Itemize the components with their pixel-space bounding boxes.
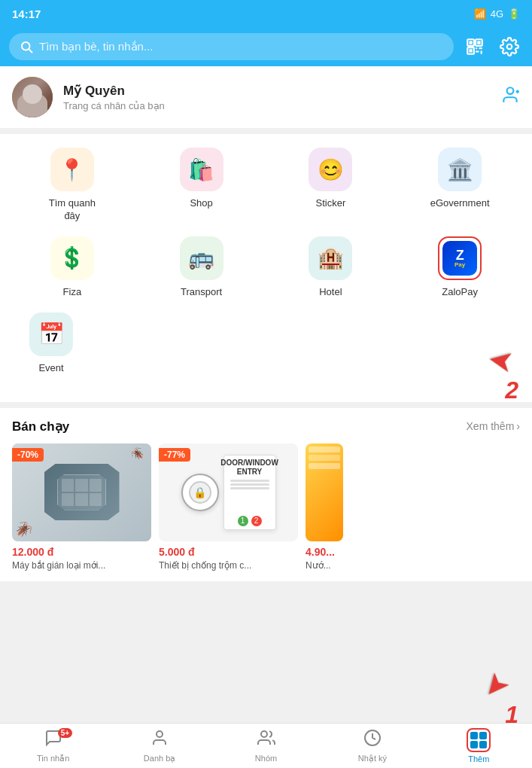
app-icon-sticker: 😊: [309, 148, 352, 191]
product-card-2[interactable]: 🔒 DOOR/WINDOWENTRY 1: [159, 443, 298, 571]
product-badge-2: -77%: [159, 448, 190, 462]
avatar[interactable]: [12, 77, 53, 117]
chevron-right-icon: ›: [516, 420, 520, 432]
svg-line-1: [29, 49, 32, 52]
app-icon-egovernment: 🏛️: [438, 148, 482, 191]
search-bar: Tìm bạn bè, tin nhắn...: [0, 27, 532, 66]
app-label-egovernment: eGovernment: [430, 197, 490, 210]
product-price-1: 12.000 đ: [12, 546, 151, 558]
app-label-hotel: Hotel: [319, 286, 342, 299]
search-input-area[interactable]: Tìm bạn bè, tin nhắn...: [9, 33, 454, 60]
product-badge-1: -70%: [12, 448, 44, 462]
ban-chay-header: Bán chạy Xem thêm ›: [12, 419, 520, 434]
app-icon-event: 📅: [29, 312, 73, 356]
add-friend-button[interactable]: [500, 85, 520, 109]
svg-point-17: [261, 731, 267, 737]
nav-label-nhom: Nhóm: [255, 754, 277, 763]
label-1-annotation: 1: [505, 701, 518, 729]
qr-button[interactable]: [461, 33, 488, 60]
settings-button[interactable]: [496, 33, 523, 60]
app-label-transport: Transport: [181, 286, 222, 299]
app-icon-transport: 🚌: [180, 236, 223, 280]
svg-rect-8: [476, 47, 477, 49]
app-fiza[interactable]: 💲 Fiza: [35, 236, 110, 299]
app-label-fiza: Fiza: [63, 286, 82, 299]
bottom-nav: 5+ Tin nhắn Danh bạ Nhóm: [0, 723, 532, 768]
app-label-event: Event: [38, 362, 63, 375]
app-label-sticker: Sticker: [316, 197, 346, 210]
app-shop[interactable]: 🛍️ Shop: [164, 148, 239, 223]
nhat-ky-icon: [363, 729, 382, 751]
app-tim-quanh-day[interactable]: 📍 Tìm quanhđây: [35, 148, 110, 223]
app-label-tim-quanh-day: Tìm quanhđây: [49, 197, 96, 223]
apps-section: 📍 Tìm quanhđây 🛍️ Shop 😊 Sticker 🏛️: [0, 134, 532, 402]
svg-rect-9: [479, 47, 482, 49]
status-icons: 📶 4G 🔋: [474, 8, 520, 20]
nav-label-tin-nhan: Tin nhắn: [37, 754, 69, 763]
product-name-1: Máy bắt gián loại mới...: [12, 560, 151, 571]
xem-them-button[interactable]: Xem thêm ›: [467, 420, 520, 432]
nhom-icon: [257, 729, 275, 751]
nav-danh-ba[interactable]: Danh bạ: [106, 724, 212, 768]
apps-row-1: 📍 Tìm quanhđây 🛍️ Shop 😊 Sticker 🏛️: [8, 148, 524, 223]
svg-rect-3: [469, 41, 472, 44]
nav-label-danh-ba: Danh bạ: [144, 754, 175, 763]
app-icon-fiza: 💲: [50, 236, 94, 280]
app-event[interactable]: 📅 Event: [14, 312, 89, 375]
status-time: 14:17: [12, 8, 41, 20]
nav-label-nhat-ky: Nhật ký: [358, 754, 387, 763]
product-card-1[interactable]: 🪳 🪳 -70% 12.000 đ Máy bắt gián loại mới.…: [12, 443, 151, 571]
nav-nhat-ky[interactable]: Nhật ký: [319, 724, 425, 768]
svg-rect-5: [477, 41, 480, 44]
svg-point-13: [507, 87, 514, 94]
app-hotel[interactable]: 🏨 Hotel: [293, 236, 368, 299]
search-placeholder: Tìm bạn bè, tin nhắn...: [39, 40, 153, 53]
status-bar: 14:17 📶 4G 🔋: [0, 0, 532, 27]
app-icon-shop: 🛍️: [180, 148, 223, 191]
product-name-2: Thiết bị chống trộm c...: [159, 560, 298, 571]
main-content: Mỹ Quyên Trang cá nhân của bạn 📍 Tìm qua…: [0, 66, 532, 723]
products-row: 🪳 🪳 -70% 12.000 đ Máy bắt gián loại mới.…: [12, 443, 520, 571]
product-price-3: 4.90...: [306, 546, 343, 558]
app-egovernment[interactable]: 🏛️ eGovernment: [422, 148, 497, 223]
svg-rect-10: [476, 50, 479, 52]
profile-info: Mỹ Quyên Trang cá nhân của bạn: [63, 83, 490, 111]
apps-row-2: 💲 Fiza 🚌 Transport 🏨 Hotel Z: [8, 236, 524, 299]
app-label-zalopay: ZaloPay: [442, 286, 478, 299]
app-icon-zalopay: Z Pay: [438, 236, 482, 280]
profile-name: Mỹ Quyên: [63, 83, 490, 99]
profile-subtitle: Trang cá nhân của bạn: [63, 100, 490, 111]
product-image-1: 🪳 🪳 -70%: [12, 443, 151, 541]
app-icon-hotel: 🏨: [309, 236, 352, 280]
svg-point-16: [157, 731, 163, 737]
product-image-2: 🔒 DOOR/WINDOWENTRY 1: [159, 443, 298, 541]
app-zalopay[interactable]: Z Pay ZaloPay: [422, 236, 497, 299]
label-2-annotation: 2: [505, 376, 518, 404]
battery-icon: 🔋: [508, 8, 520, 20]
search-icon: [20, 40, 33, 53]
ban-chay-title: Bán chạy: [12, 419, 69, 434]
app-transport[interactable]: 🚌 Transport: [164, 236, 239, 299]
product-card-3[interactable]: 4.90... Nướ...: [306, 443, 343, 571]
them-icon: [467, 728, 491, 752]
tin-nhan-badge: 5+: [58, 728, 72, 738]
nav-nhom[interactable]: Nhóm: [213, 724, 319, 768]
apps-row-3: 📅 Event: [8, 312, 524, 375]
profile-section: Mỹ Quyên Trang cá nhân của bạn: [0, 66, 532, 128]
product-name-3: Nướ...: [306, 560, 343, 571]
signal-icon: 📶: [474, 8, 486, 20]
app-label-shop: Shop: [190, 197, 212, 210]
svg-rect-11: [481, 50, 482, 53]
nav-them[interactable]: Thêm: [426, 724, 532, 768]
app-icon-tim-quanh-day: 📍: [50, 148, 94, 191]
nav-label-them: Thêm: [468, 754, 489, 763]
danh-ba-icon: [150, 729, 169, 751]
nav-tin-nhan[interactable]: 5+ Tin nhắn: [0, 724, 106, 768]
product-price-2: 5.000 đ: [159, 546, 298, 558]
app-sticker[interactable]: 😊 Sticker: [293, 148, 368, 223]
svg-point-12: [507, 44, 512, 50]
xem-them-label: Xem thêm: [467, 420, 515, 432]
svg-rect-7: [469, 49, 472, 52]
ban-chay-section: Bán chạy Xem thêm ›: [0, 408, 532, 581]
network-label: 4G: [491, 8, 503, 20]
